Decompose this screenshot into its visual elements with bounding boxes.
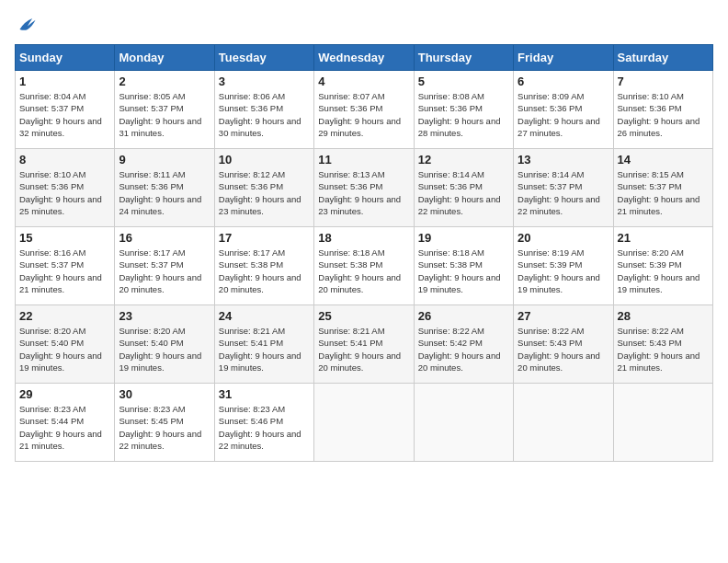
calendar-cell: 10Sunrise: 8:12 AMSunset: 5:36 PMDayligh…: [214, 149, 313, 227]
day-number: 13: [518, 153, 609, 167]
calendar-table: SundayMondayTuesdayWednesdayThursdayFrid…: [15, 44, 713, 462]
day-info: Sunrise: 8:13 AMSunset: 5:36 PMDaylight:…: [318, 168, 409, 217]
calendar-cell: 28Sunrise: 8:22 AMSunset: 5:43 PMDayligh…: [613, 305, 712, 384]
day-number: 30: [119, 387, 210, 401]
calendar-week-row: 29Sunrise: 8:23 AMSunset: 5:44 PMDayligh…: [16, 384, 713, 462]
calendar-cell: 26Sunrise: 8:22 AMSunset: 5:42 PMDayligh…: [414, 305, 513, 384]
day-info: Sunrise: 8:09 AMSunset: 5:36 PMDaylight:…: [518, 90, 609, 139]
day-number: 25: [318, 309, 409, 323]
calendar-cell: [414, 384, 513, 462]
calendar-cell: 14Sunrise: 8:15 AMSunset: 5:37 PMDayligh…: [613, 149, 712, 227]
calendar-cell: 29Sunrise: 8:23 AMSunset: 5:44 PMDayligh…: [16, 384, 115, 462]
calendar-cell: 1Sunrise: 8:04 AMSunset: 5:37 PMDaylight…: [16, 71, 115, 149]
calendar-header-thursday: Thursday: [414, 45, 513, 71]
day-info: Sunrise: 8:23 AMSunset: 5:44 PMDaylight:…: [19, 403, 110, 452]
day-number: 26: [418, 309, 509, 323]
day-number: 9: [119, 153, 210, 167]
calendar-week-row: 15Sunrise: 8:16 AMSunset: 5:37 PMDayligh…: [16, 227, 713, 305]
day-info: Sunrise: 8:08 AMSunset: 5:36 PMDaylight:…: [418, 90, 509, 139]
day-number: 1: [19, 75, 110, 88]
day-number: 11: [318, 153, 409, 167]
day-number: 6: [518, 75, 609, 88]
day-info: Sunrise: 8:05 AMSunset: 5:37 PMDaylight:…: [119, 90, 210, 139]
day-info: Sunrise: 8:17 AMSunset: 5:38 PMDaylight:…: [219, 247, 310, 295]
calendar-cell: 25Sunrise: 8:21 AMSunset: 5:41 PMDayligh…: [314, 305, 414, 384]
day-number: 16: [119, 231, 210, 245]
calendar-cell: 15Sunrise: 8:16 AMSunset: 5:37 PMDayligh…: [16, 227, 115, 305]
day-info: Sunrise: 8:11 AMSunset: 5:36 PMDaylight:…: [119, 168, 210, 217]
day-number: 20: [518, 231, 609, 245]
day-number: 12: [418, 153, 509, 167]
logo: [15, 15, 39, 33]
day-number: 14: [618, 153, 709, 167]
day-number: 15: [19, 231, 110, 245]
day-number: 27: [518, 309, 609, 323]
day-number: 10: [219, 153, 310, 167]
calendar-header-row: SundayMondayTuesdayWednesdayThursdayFrid…: [16, 45, 713, 71]
calendar-cell: 18Sunrise: 8:18 AMSunset: 5:38 PMDayligh…: [314, 227, 414, 305]
calendar-cell: 8Sunrise: 8:10 AMSunset: 5:36 PMDaylight…: [16, 149, 115, 227]
day-info: Sunrise: 8:06 AMSunset: 5:36 PMDaylight:…: [219, 90, 310, 139]
header: [15, 15, 713, 33]
day-info: Sunrise: 8:21 AMSunset: 5:41 PMDaylight:…: [318, 325, 409, 373]
calendar-cell: 11Sunrise: 8:13 AMSunset: 5:36 PMDayligh…: [314, 149, 414, 227]
day-number: 3: [219, 75, 310, 88]
day-info: Sunrise: 8:10 AMSunset: 5:36 PMDaylight:…: [618, 90, 709, 139]
calendar-week-row: 22Sunrise: 8:20 AMSunset: 5:40 PMDayligh…: [16, 305, 713, 384]
day-info: Sunrise: 8:20 AMSunset: 5:39 PMDaylight:…: [618, 247, 709, 295]
day-info: Sunrise: 8:19 AMSunset: 5:39 PMDaylight:…: [518, 247, 609, 295]
day-info: Sunrise: 8:12 AMSunset: 5:36 PMDaylight:…: [219, 168, 310, 217]
calendar-cell: 16Sunrise: 8:17 AMSunset: 5:37 PMDayligh…: [115, 227, 214, 305]
page-container: SundayMondayTuesdayWednesdayThursdayFrid…: [0, 0, 728, 469]
day-info: Sunrise: 8:18 AMSunset: 5:38 PMDaylight:…: [418, 247, 509, 295]
day-number: 24: [219, 309, 310, 323]
day-info: Sunrise: 8:18 AMSunset: 5:38 PMDaylight:…: [318, 247, 409, 295]
day-number: 4: [318, 75, 409, 88]
day-number: 22: [19, 309, 110, 323]
day-info: Sunrise: 8:20 AMSunset: 5:40 PMDaylight:…: [119, 325, 210, 373]
day-number: 31: [219, 387, 310, 401]
calendar-cell: 5Sunrise: 8:08 AMSunset: 5:36 PMDaylight…: [414, 71, 513, 149]
day-number: 8: [19, 153, 110, 167]
calendar-cell: 22Sunrise: 8:20 AMSunset: 5:40 PMDayligh…: [16, 305, 115, 384]
calendar-header-friday: Friday: [514, 45, 613, 71]
day-info: Sunrise: 8:10 AMSunset: 5:36 PMDaylight:…: [19, 168, 110, 217]
day-number: 29: [19, 387, 110, 401]
calendar-cell: 2Sunrise: 8:05 AMSunset: 5:37 PMDaylight…: [115, 71, 214, 149]
calendar-cell: 3Sunrise: 8:06 AMSunset: 5:36 PMDaylight…: [214, 71, 313, 149]
calendar-cell: 31Sunrise: 8:23 AMSunset: 5:46 PMDayligh…: [214, 384, 313, 462]
day-number: 17: [219, 231, 310, 245]
day-info: Sunrise: 8:16 AMSunset: 5:37 PMDaylight:…: [19, 247, 110, 295]
day-info: Sunrise: 8:21 AMSunset: 5:41 PMDaylight:…: [219, 325, 310, 373]
calendar-cell: 9Sunrise: 8:11 AMSunset: 5:36 PMDaylight…: [115, 149, 214, 227]
day-number: 7: [618, 75, 709, 88]
day-info: Sunrise: 8:14 AMSunset: 5:36 PMDaylight:…: [418, 168, 509, 217]
calendar-cell: 6Sunrise: 8:09 AMSunset: 5:36 PMDaylight…: [514, 71, 613, 149]
day-info: Sunrise: 8:04 AMSunset: 5:37 PMDaylight:…: [19, 90, 110, 139]
calendar-cell: 23Sunrise: 8:20 AMSunset: 5:40 PMDayligh…: [115, 305, 214, 384]
logo-bird-icon: [17, 15, 39, 33]
day-info: Sunrise: 8:17 AMSunset: 5:37 PMDaylight:…: [119, 247, 210, 295]
day-info: Sunrise: 8:22 AMSunset: 5:42 PMDaylight:…: [418, 325, 509, 373]
calendar-header-monday: Monday: [115, 45, 214, 71]
day-info: Sunrise: 8:15 AMSunset: 5:37 PMDaylight:…: [618, 168, 709, 217]
calendar-cell: 30Sunrise: 8:23 AMSunset: 5:45 PMDayligh…: [115, 384, 214, 462]
calendar-header-sunday: Sunday: [16, 45, 115, 71]
calendar-cell: 24Sunrise: 8:21 AMSunset: 5:41 PMDayligh…: [214, 305, 313, 384]
day-info: Sunrise: 8:14 AMSunset: 5:37 PMDaylight:…: [518, 168, 609, 217]
day-number: 5: [418, 75, 509, 88]
calendar-cell: 7Sunrise: 8:10 AMSunset: 5:36 PMDaylight…: [613, 71, 712, 149]
calendar-cell: 17Sunrise: 8:17 AMSunset: 5:38 PMDayligh…: [214, 227, 313, 305]
calendar-week-row: 8Sunrise: 8:10 AMSunset: 5:36 PMDaylight…: [16, 149, 713, 227]
calendar-cell: 20Sunrise: 8:19 AMSunset: 5:39 PMDayligh…: [514, 227, 613, 305]
day-info: Sunrise: 8:22 AMSunset: 5:43 PMDaylight:…: [518, 325, 609, 373]
calendar-header-tuesday: Tuesday: [214, 45, 313, 71]
calendar-cell: 12Sunrise: 8:14 AMSunset: 5:36 PMDayligh…: [414, 149, 513, 227]
day-info: Sunrise: 8:23 AMSunset: 5:46 PMDaylight:…: [219, 403, 310, 452]
calendar-cell: [613, 384, 712, 462]
day-number: 18: [318, 231, 409, 245]
day-number: 2: [119, 75, 210, 88]
calendar-cell: [314, 384, 414, 462]
day-number: 19: [418, 231, 509, 245]
calendar-header-wednesday: Wednesday: [314, 45, 414, 71]
